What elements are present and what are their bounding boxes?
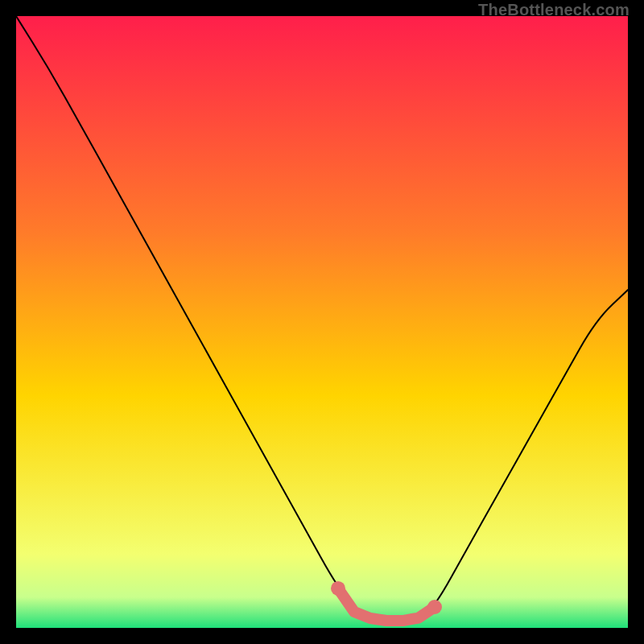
chart-frame: TheBottleneck.com [0, 0, 644, 644]
svg-point-1 [427, 600, 442, 614]
svg-point-0 [331, 581, 345, 596]
chart-background [16, 16, 628, 628]
chart-plot [16, 16, 628, 628]
